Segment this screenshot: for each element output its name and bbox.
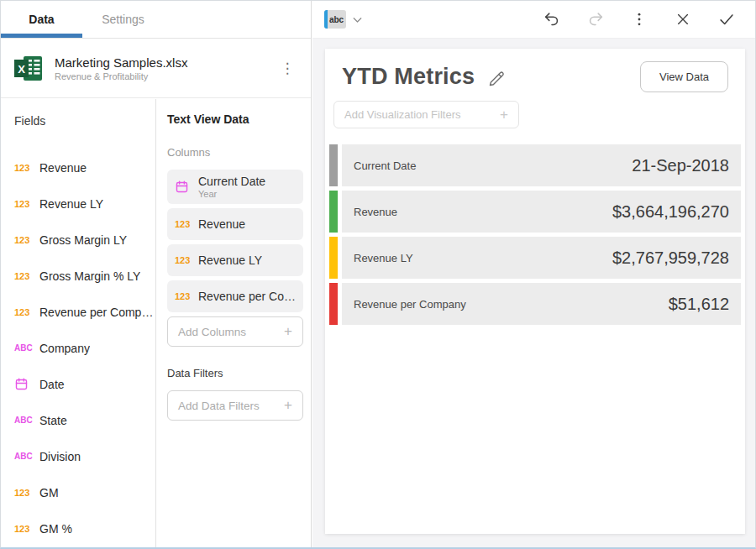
kebab-icon bbox=[631, 11, 648, 28]
visualization-toolbar: abc bbox=[312, 1, 755, 39]
metric-body: Revenue LY $2,767,959,728 bbox=[342, 237, 741, 279]
field-label: GM % bbox=[39, 522, 72, 536]
metric-body: Revenue $3,664,196,270 bbox=[342, 191, 741, 233]
column-chip-label: Revenue LY bbox=[198, 254, 262, 267]
metric-row: Revenue per Company $51,612 bbox=[329, 283, 741, 325]
field-label: Gross Margin LY bbox=[39, 233, 127, 247]
field-item[interactable]: 123 GM bbox=[14, 474, 155, 510]
field-type-icon: 123 bbox=[14, 271, 39, 281]
file-subtitle: Revenue & Profitability bbox=[55, 71, 277, 81]
tab-bar: Data Settings bbox=[1, 1, 311, 39]
field-type-icon bbox=[175, 180, 198, 194]
field-label: Revenue bbox=[39, 161, 87, 175]
add-columns-placeholder: Add Columns bbox=[178, 326, 246, 338]
tab-settings[interactable]: Settings bbox=[82, 1, 164, 38]
abc-label: abc bbox=[329, 15, 344, 24]
column-chip[interactable]: 123 Revenue bbox=[167, 208, 303, 240]
column-chip[interactable]: 123 Revenue LY bbox=[167, 244, 303, 276]
field-label: Division bbox=[39, 450, 81, 463]
chevron-down-icon bbox=[350, 13, 365, 27]
edit-title-icon[interactable] bbox=[486, 69, 507, 89]
field-item[interactable]: ABC Company bbox=[14, 330, 155, 366]
canvas: YTD Metrics View Data Add Visualization … bbox=[312, 39, 755, 547]
file-info: Marketing Samples.xlsx Revenue & Profita… bbox=[55, 55, 277, 81]
column-chip-label: Current Date bbox=[198, 175, 265, 188]
view-data-button[interactable]: View Data bbox=[640, 61, 728, 92]
field-type-icon: 123 bbox=[175, 255, 198, 265]
column-chip[interactable]: 123 Revenue per Company bbox=[167, 280, 303, 312]
active-tab-indicator bbox=[1, 34, 82, 38]
metric-color-bar bbox=[329, 191, 338, 233]
metric-row: Current Date 21-Sep-2018 bbox=[329, 144, 741, 186]
field-item[interactable]: 123 Revenue LY bbox=[14, 186, 155, 222]
fields-list: 123 Revenue 123 Revenue LY 123 Gross Mar… bbox=[14, 149, 155, 546]
tab-data[interactable]: Data bbox=[1, 1, 82, 38]
field-label: GM bbox=[39, 486, 59, 499]
add-data-filters-button[interactable]: Add Data Filters + bbox=[167, 390, 303, 421]
file-name: Marketing Samples.xlsx bbox=[55, 55, 277, 70]
field-item[interactable]: 123 Revenue bbox=[14, 149, 155, 186]
metric-row: Revenue $3,664,196,270 bbox=[329, 191, 741, 233]
column-chip-label: Revenue bbox=[198, 217, 245, 231]
data-source-header: X Marketing Samples.xlsx Revenue & Profi… bbox=[1, 39, 311, 98]
field-item[interactable]: ABC Division bbox=[14, 438, 155, 474]
close-icon bbox=[675, 11, 691, 28]
calendar-icon bbox=[175, 180, 189, 194]
field-label: Gross Margin % LY bbox=[39, 269, 140, 283]
widget-title: YTD Metrics bbox=[342, 64, 475, 90]
field-item[interactable]: Date bbox=[14, 366, 155, 402]
add-columns-button[interactable]: Add Columns + bbox=[167, 316, 303, 347]
field-type-icon: 123 bbox=[175, 291, 198, 301]
more-options-button[interactable] bbox=[629, 9, 649, 29]
app-window: Data Settings X Marketing Samples.xl bbox=[0, 0, 756, 549]
column-chip[interactable]: Current Date Year bbox=[167, 170, 303, 204]
field-type-icon: 123 bbox=[14, 307, 39, 317]
field-item[interactable]: ABC State bbox=[14, 402, 155, 438]
excel-file-icon: X bbox=[14, 55, 43, 81]
metric-value: $2,767,959,728 bbox=[612, 248, 729, 268]
field-item[interactable]: 123 Gross Margin % LY bbox=[14, 258, 155, 294]
metric-label: Current Date bbox=[354, 159, 416, 172]
plus-icon: + bbox=[284, 323, 292, 340]
column-chip-text: Revenue per Company bbox=[198, 290, 296, 303]
field-item[interactable]: 123 Gross Margin LY bbox=[14, 222, 155, 258]
metric-color-bar bbox=[329, 283, 338, 325]
confirm-button[interactable] bbox=[717, 9, 737, 29]
tab-data-label: Data bbox=[29, 13, 54, 26]
column-chip-text: Current Date Year bbox=[198, 175, 265, 199]
file-menu-button[interactable]: ⋮ bbox=[277, 61, 297, 76]
right-panel: abc bbox=[312, 1, 755, 547]
undo-icon bbox=[543, 10, 561, 29]
redo-button[interactable] bbox=[585, 9, 606, 29]
column-chip-text: Revenue LY bbox=[198, 254, 262, 267]
visualization-type-selector[interactable]: abc bbox=[324, 10, 365, 29]
data-filters-section-label: Data Filters bbox=[167, 367, 303, 379]
field-label: Company bbox=[39, 342, 90, 355]
text-view-type-icon: abc bbox=[324, 10, 346, 29]
field-label: Revenue LY bbox=[39, 197, 103, 211]
metric-row: Revenue LY $2,767,959,728 bbox=[329, 237, 741, 279]
redo-icon bbox=[586, 10, 605, 29]
field-type-icon: 123 bbox=[175, 219, 198, 229]
check-icon bbox=[717, 10, 736, 29]
fields-panel: Fields 123 Revenue 123 Revenue LY 123 Gr… bbox=[1, 99, 156, 547]
metric-value: $51,612 bbox=[669, 295, 729, 314]
field-type-icon: ABC bbox=[14, 343, 39, 353]
metric-value: 21-Sep-2018 bbox=[632, 156, 729, 175]
column-chip-sublabel: Year bbox=[198, 189, 265, 199]
metric-label: Revenue per Company bbox=[354, 298, 466, 311]
field-item[interactable]: 123 GM % bbox=[14, 510, 155, 546]
field-type-icon: 123 bbox=[14, 488, 39, 498]
editor-title: Text View Data bbox=[167, 112, 303, 126]
metric-color-bar bbox=[329, 237, 338, 279]
add-data-filters-placeholder: Add Data Filters bbox=[178, 400, 260, 412]
calendar-icon bbox=[14, 377, 29, 391]
undo-button[interactable] bbox=[542, 9, 562, 29]
field-type-icon bbox=[14, 377, 39, 391]
field-item[interactable]: 123 Revenue per Company bbox=[14, 294, 155, 330]
fields-title: Fields bbox=[14, 114, 155, 128]
field-type-icon: 123 bbox=[14, 163, 39, 173]
add-visualization-filters-button[interactable]: Add Visualization Filters + bbox=[333, 101, 519, 128]
column-chip-label: Revenue per Company bbox=[198, 290, 296, 303]
close-button[interactable] bbox=[673, 9, 693, 29]
